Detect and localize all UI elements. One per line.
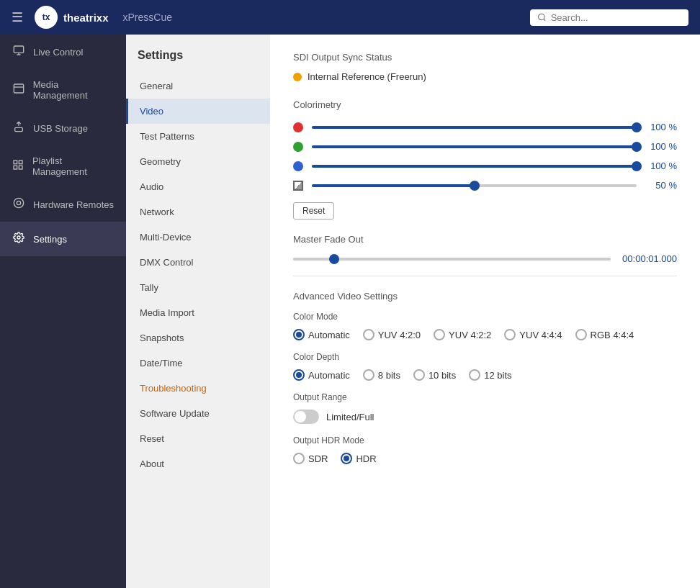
- color-mode-yuv444-label: YUV 4:4:4: [519, 330, 562, 340]
- colorimetry-label: Colorimetry: [293, 99, 677, 110]
- toggle-knob: [295, 411, 306, 422]
- radio-12bits-indicator: [469, 369, 480, 381]
- color-depth-12bits[interactable]: 12 bits: [469, 369, 511, 381]
- output-range-label: Output Range: [293, 392, 677, 402]
- settings-nav-software-update[interactable]: Software Update: [126, 401, 270, 426]
- color-depth-10bits[interactable]: 10 bits: [413, 369, 456, 381]
- settings-nav-dmx-control[interactable]: DMX Control: [126, 250, 270, 275]
- logo-icon: tx: [35, 6, 58, 29]
- colorimetry-reset-button[interactable]: Reset: [293, 202, 334, 220]
- logo-text: theatrixx: [63, 12, 109, 24]
- sidebar: Live Control Media Management USB Storag…: [0, 35, 126, 588]
- color-mode-yuv420[interactable]: YUV 4:2:0: [363, 329, 421, 340]
- color-mode-yuv444[interactable]: YUV 4:4:4: [504, 329, 562, 340]
- red-slider-row: 100 %: [293, 122, 677, 132]
- blue-slider-value: 100 %: [645, 160, 677, 171]
- settings-nav-about[interactable]: About: [126, 451, 270, 476]
- color-mode-label: Color Mode: [293, 312, 677, 322]
- sidebar-label-live-control: Live Control: [33, 47, 83, 58]
- green-slider[interactable]: [312, 145, 637, 148]
- playlist-icon: [12, 159, 25, 173]
- settings-nav-geometry[interactable]: Geometry: [126, 149, 270, 174]
- red-dot: [293, 122, 303, 132]
- color-mode-rgb444-label: RGB 4:4:4: [591, 330, 634, 340]
- blue-slider-row: 100 %: [293, 160, 677, 171]
- color-depth-label: Color Depth: [293, 352, 677, 362]
- color-depth-automatic[interactable]: Automatic: [293, 369, 350, 381]
- hdr-hdr-label: HDR: [356, 453, 376, 464]
- settings-nav-media-import[interactable]: Media Import: [126, 300, 270, 325]
- settings-nav-general[interactable]: General: [126, 73, 270, 99]
- settings-nav-audio[interactable]: Audio: [126, 174, 270, 199]
- hdr-sdr-label: SDR: [308, 453, 328, 464]
- sidebar-label-media-management: Media Management: [33, 79, 115, 101]
- settings-nav-troubleshooting[interactable]: Troubleshooting: [126, 376, 270, 401]
- sdi-sync-label: SDI Output Sync Status: [293, 52, 677, 63]
- red-slider-value: 100 %: [645, 122, 677, 132]
- settings-nav-network[interactable]: Network: [126, 199, 270, 225]
- sidebar-label-playlist-management: Playlist Management: [32, 155, 115, 177]
- sidebar-item-settings[interactable]: Settings: [0, 222, 126, 256]
- radio-yuv420-indicator: [363, 329, 374, 340]
- settings-nav-date-time[interactable]: Date/Time: [126, 350, 270, 376]
- settings-nav-tally[interactable]: Tally: [126, 275, 270, 300]
- color-depth-8bits[interactable]: 8 bits: [363, 369, 400, 381]
- opacity-slider-value: 50 %: [645, 180, 677, 191]
- svg-line-1: [544, 19, 545, 20]
- radio-yuv422-indicator: [434, 329, 445, 340]
- red-slider[interactable]: [312, 126, 637, 129]
- settings-nav-test-patterns[interactable]: Test Patterns: [126, 124, 270, 149]
- settings-nav-video[interactable]: Video: [126, 99, 270, 124]
- radio-8bits-indicator: [363, 369, 374, 381]
- color-depth-10bits-label: 10 bits: [428, 370, 456, 381]
- settings-nav-reset[interactable]: Reset: [126, 426, 270, 451]
- color-depth-group: Automatic 8 bits 10 bits 12 bits: [293, 369, 677, 381]
- media-management-icon: [12, 83, 26, 97]
- master-fade-row: 00:00:01.000: [293, 253, 677, 264]
- sidebar-item-live-control[interactable]: Live Control: [0, 35, 126, 69]
- sidebar-item-playlist-management[interactable]: Playlist Management: [0, 145, 126, 187]
- green-slider-value: 100 %: [645, 141, 677, 152]
- svg-rect-8: [19, 160, 23, 164]
- content-area: SDI Output Sync Status Internal Referenc…: [270, 35, 700, 588]
- app-name: xPressCue: [123, 12, 172, 23]
- limited-full-toggle[interactable]: [293, 410, 319, 424]
- settings-nav-snapshots[interactable]: Snapshots: [126, 325, 270, 350]
- main-layout: Live Control Media Management USB Storag…: [0, 35, 700, 588]
- sdi-status-row: Internal Reference (Freerun): [293, 71, 677, 82]
- hdr-mode-group: SDR HDR: [293, 453, 677, 464]
- settings-nav-panel: Settings General Video Test Patterns Geo…: [126, 35, 270, 588]
- radio-10bits-indicator: [413, 369, 425, 381]
- search-box[interactable]: [530, 9, 688, 26]
- sidebar-item-hardware-remotes[interactable]: Hardware Remotes: [0, 187, 126, 222]
- color-mode-rgb444[interactable]: RGB 4:4:4: [575, 329, 634, 340]
- hdr-mode-hdr[interactable]: HDR: [341, 453, 376, 464]
- color-mode-automatic-label: Automatic: [308, 330, 350, 340]
- hdr-mode-sdr[interactable]: SDR: [293, 453, 328, 464]
- app-logo: tx theatrixx: [35, 6, 109, 29]
- opacity-slider[interactable]: [312, 184, 637, 187]
- hamburger-menu[interactable]: ☰: [12, 9, 23, 25]
- search-input[interactable]: [551, 12, 681, 23]
- opacity-slider-row: 50 %: [293, 180, 677, 191]
- master-fade-label: Master Fade Out: [293, 234, 677, 245]
- sidebar-label-settings: Settings: [33, 234, 67, 245]
- svg-point-13: [17, 236, 20, 239]
- color-mode-yuv422[interactable]: YUV 4:2:2: [434, 329, 491, 340]
- svg-rect-2: [14, 46, 23, 53]
- settings-nav-multi-device[interactable]: Multi-Device: [126, 225, 270, 250]
- settings-panel-title: Settings: [126, 35, 270, 73]
- usb-storage-icon: [12, 121, 26, 135]
- section-divider: [293, 276, 677, 276]
- blue-slider[interactable]: [312, 165, 637, 168]
- radio-sdr-indicator: [293, 453, 305, 464]
- svg-rect-7: [14, 160, 17, 164]
- master-fade-slider[interactable]: [293, 258, 611, 261]
- color-depth-8bits-label: 8 bits: [378, 370, 400, 381]
- svg-rect-10: [19, 166, 23, 169]
- sidebar-item-media-management[interactable]: Media Management: [0, 69, 126, 111]
- color-mode-automatic[interactable]: Automatic: [293, 329, 350, 340]
- sidebar-label-hardware-remotes: Hardware Remotes: [33, 199, 114, 210]
- color-mode-group: Automatic YUV 4:2:0 YUV 4:2:2 YUV 4:4:4 …: [293, 329, 677, 340]
- sidebar-item-usb-storage[interactable]: USB Storage: [0, 111, 126, 145]
